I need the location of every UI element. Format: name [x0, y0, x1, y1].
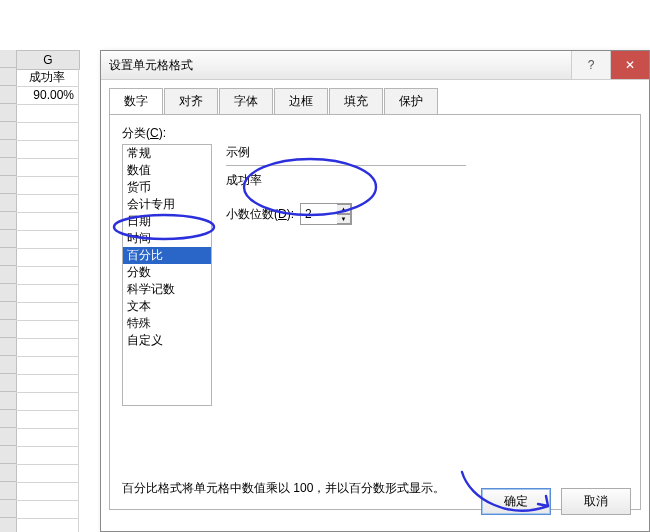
- tab-对齐[interactable]: 对齐: [164, 88, 218, 115]
- close-button[interactable]: ✕: [610, 51, 649, 79]
- tab-字体[interactable]: 字体: [219, 88, 273, 115]
- tab-填充[interactable]: 填充: [329, 88, 383, 115]
- sample-value: 成功率: [226, 172, 628, 189]
- category-item[interactable]: 货币: [123, 179, 211, 196]
- cell-header[interactable]: 成功率: [16, 69, 78, 87]
- category-item[interactable]: 数值: [123, 162, 211, 179]
- decimals-label: 小数位数(D):: [226, 206, 294, 223]
- ok-button[interactable]: 确定: [481, 488, 551, 515]
- category-label: 分类(C):: [122, 125, 628, 142]
- spinner-up-button[interactable]: ▲: [337, 204, 351, 214]
- category-item[interactable]: 自定义: [123, 332, 211, 349]
- sample-label: 示例: [226, 144, 628, 161]
- cell-value[interactable]: 90.00%: [16, 87, 78, 105]
- divider: [226, 165, 466, 166]
- row-header-strip: [0, 50, 17, 532]
- category-listbox[interactable]: 常规数值货币会计专用日期时间百分比分数科学记数文本特殊自定义: [122, 144, 212, 406]
- category-item[interactable]: 文本: [123, 298, 211, 315]
- tab-数字[interactable]: 数字: [109, 88, 163, 115]
- category-item[interactable]: 百分比: [123, 247, 211, 264]
- dialog-titlebar[interactable]: 设置单元格格式 ? ✕: [101, 51, 649, 80]
- category-item[interactable]: 时间: [123, 230, 211, 247]
- cancel-button[interactable]: 取消: [561, 488, 631, 515]
- number-tab-panel: 分类(C): 常规数值货币会计专用日期时间百分比分数科学记数文本特殊自定义 示例…: [109, 114, 641, 510]
- tab-strip: 数字对齐字体边框填充保护: [109, 87, 641, 114]
- column-body: 成功率 90.00%: [16, 69, 79, 532]
- category-item[interactable]: 特殊: [123, 315, 211, 332]
- category-item[interactable]: 会计专用: [123, 196, 211, 213]
- column-header[interactable]: G: [16, 50, 80, 70]
- category-item[interactable]: 常规: [123, 145, 211, 162]
- category-item[interactable]: 科学记数: [123, 281, 211, 298]
- decimals-spinner[interactable]: ▲ ▼: [300, 203, 352, 225]
- format-cells-dialog: 设置单元格格式 ? ✕ 数字对齐字体边框填充保护 分类(C): 常规数值货币会计…: [100, 50, 650, 532]
- help-button[interactable]: ?: [571, 51, 610, 79]
- dialog-title: 设置单元格格式: [101, 57, 571, 74]
- category-detail-pane: 示例 成功率 小数位数(D): ▲ ▼: [226, 144, 628, 404]
- decimals-input[interactable]: [301, 204, 337, 224]
- category-item[interactable]: 日期: [123, 213, 211, 230]
- tab-保护[interactable]: 保护: [384, 88, 438, 115]
- spinner-down-button[interactable]: ▼: [337, 214, 351, 224]
- tab-边框[interactable]: 边框: [274, 88, 328, 115]
- category-item[interactable]: 分数: [123, 264, 211, 281]
